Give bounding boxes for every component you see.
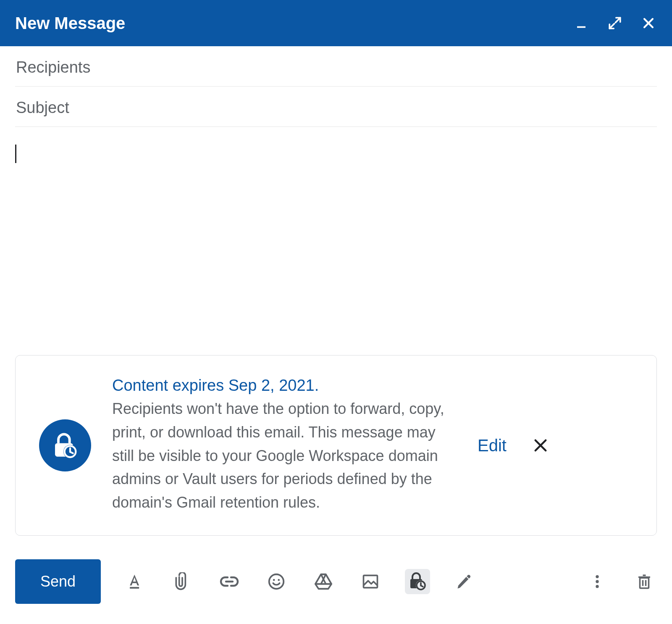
minimize-icon (575, 17, 588, 29)
recipients-row (15, 46, 657, 87)
drive-icon (314, 572, 333, 591)
svg-point-12 (269, 574, 284, 589)
header-fields (0, 46, 672, 127)
confidential-icon-badge (39, 419, 91, 471)
image-icon (361, 572, 380, 591)
attach-file-button[interactable] (170, 569, 195, 594)
subject-row (15, 87, 657, 127)
confidential-clock-lock-icon (407, 571, 428, 592)
insert-signature-button[interactable] (452, 569, 477, 594)
pen-icon (455, 572, 474, 591)
titlebar: New Message (0, 0, 672, 46)
compose-toolbar: Send (0, 551, 672, 624)
confidential-mode-button[interactable] (405, 569, 430, 594)
trash-icon (635, 573, 653, 590)
confidential-actions: Edit (478, 436, 549, 455)
message-body[interactable] (0, 127, 672, 355)
more-vertical-icon (589, 573, 606, 590)
svg-rect-0 (577, 26, 585, 28)
send-button[interactable]: Send (15, 559, 101, 604)
confidential-mode-card: Content expires Sep 2, 2021. Recipients … (15, 355, 657, 536)
link-icon (219, 571, 239, 592)
svg-rect-19 (364, 575, 378, 587)
text-cursor (15, 145, 16, 163)
svg-point-24 (596, 580, 598, 583)
confidential-description: Recipients won't have the option to forw… (112, 397, 457, 514)
svg-point-13 (273, 579, 275, 581)
insert-link-button[interactable] (217, 569, 242, 594)
svg-rect-26 (640, 578, 649, 588)
more-options-button[interactable] (585, 569, 610, 594)
svg-rect-10 (130, 587, 139, 589)
close-button[interactable] (640, 15, 657, 32)
close-icon (532, 437, 549, 454)
confidential-clock-lock-icon (52, 432, 79, 459)
expand-icon (608, 16, 622, 30)
text-format-icon (126, 572, 144, 591)
insert-drive-button[interactable] (311, 569, 336, 594)
confidential-edit-button[interactable]: Edit (478, 436, 507, 455)
minimize-button[interactable] (573, 15, 590, 32)
recipients-input[interactable] (15, 58, 657, 77)
close-icon (641, 16, 656, 30)
window-title: New Message (15, 14, 573, 33)
confidential-text: Content expires Sep 2, 2021. Recipients … (112, 377, 457, 514)
confidential-headline: Content expires Sep 2, 2021. (112, 377, 457, 395)
subject-input[interactable] (15, 98, 657, 117)
compose-window: New Message (0, 0, 672, 624)
discard-draft-button[interactable] (632, 569, 657, 594)
svg-point-14 (278, 579, 280, 581)
svg-point-23 (596, 575, 598, 578)
insert-photo-button[interactable] (358, 569, 383, 594)
paperclip-icon (173, 572, 192, 591)
insert-emoji-button[interactable] (264, 569, 289, 594)
svg-marker-15 (315, 574, 331, 589)
emoji-icon (267, 572, 286, 591)
window-controls (573, 15, 657, 32)
formatting-options-button[interactable] (123, 569, 148, 594)
confidential-dismiss-button[interactable] (532, 437, 549, 454)
svg-point-25 (596, 585, 598, 588)
expand-button[interactable] (606, 15, 623, 32)
